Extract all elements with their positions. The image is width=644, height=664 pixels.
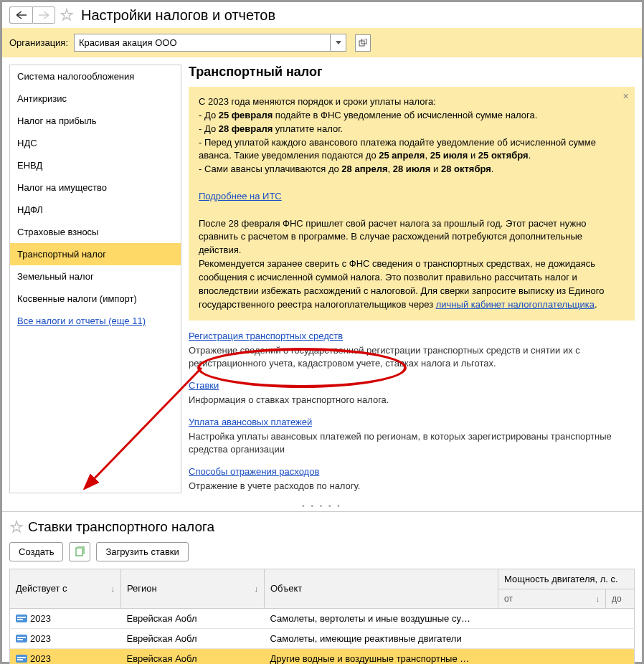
col-object[interactable]: Объект bbox=[265, 569, 498, 608]
back-button[interactable] bbox=[9, 6, 32, 24]
org-open-button[interactable] bbox=[355, 34, 371, 52]
info-text: С 2023 года меняются порядок и сроки упл… bbox=[199, 95, 625, 176]
info-para2: После 28 февраля ФНС пришлет свой расчет… bbox=[199, 217, 625, 258]
row-icon bbox=[16, 655, 27, 663]
svg-rect-3 bbox=[16, 615, 27, 622]
sidebar-item[interactable]: Система налогообложения bbox=[10, 65, 181, 87]
link-advance[interactable]: Уплата авансовых платежей bbox=[189, 417, 635, 427]
svg-rect-7 bbox=[17, 637, 26, 638]
svg-rect-2 bbox=[76, 548, 82, 556]
sidebar-item[interactable]: Земельный налог bbox=[10, 265, 181, 288]
rates-table: Действует с↓ Регион↓ Объект Мощность дви… bbox=[9, 569, 635, 664]
sidebar: Система налогообложения Антикризис Налог… bbox=[9, 65, 181, 493]
svg-rect-4 bbox=[17, 617, 26, 618]
desc-expenses: Отражение в учете расходов по налогу. bbox=[189, 480, 635, 493]
table-row[interactable]: 2023 Еврейская Аобл Самолеты, имеющие ре… bbox=[10, 628, 635, 648]
sidebar-item[interactable]: Антикризис bbox=[10, 87, 181, 110]
row-icon bbox=[16, 615, 27, 623]
sidebar-item[interactable]: НДФЛ bbox=[10, 199, 181, 221]
desc-registration: Отражение сведений о государственной рег… bbox=[189, 344, 635, 370]
favorite-icon[interactable] bbox=[9, 520, 24, 534]
col-valid-from[interactable]: Действует с↓ bbox=[10, 569, 121, 608]
info-link-lk[interactable]: личный кабинет налогоплательщика bbox=[436, 299, 595, 310]
content-title: Транспортный налог bbox=[189, 65, 635, 80]
col-region[interactable]: Регион↓ bbox=[121, 569, 265, 608]
sidebar-item[interactable]: Косвенные налоги (импорт) bbox=[10, 288, 181, 310]
svg-rect-10 bbox=[17, 657, 26, 658]
svg-rect-9 bbox=[16, 655, 27, 663]
close-icon[interactable]: ✕ bbox=[622, 91, 629, 103]
desc-rates: Информация о ставках транспортного налог… bbox=[189, 394, 635, 407]
link-expenses[interactable]: Способы отражения расходов bbox=[189, 466, 635, 477]
sidebar-item[interactable]: НДС bbox=[10, 132, 181, 154]
desc-advance: Настройка уплаты авансовых платежей по р… bbox=[189, 430, 635, 456]
link-rates[interactable]: Ставки bbox=[189, 380, 635, 391]
svg-rect-8 bbox=[17, 639, 23, 640]
forward-button[interactable] bbox=[32, 6, 55, 24]
sidebar-item[interactable]: Налог на имущество bbox=[10, 176, 181, 199]
page-title: Настройки налогов и отчетов bbox=[81, 7, 275, 24]
load-rates-button[interactable]: Загрузить ставки bbox=[96, 542, 188, 561]
sidebar-more-link[interactable]: Все налоги и отчеты (еще 11) bbox=[10, 310, 181, 332]
org-label: Организация: bbox=[9, 37, 68, 48]
sidebar-item-transport-tax[interactable]: Транспортный налог bbox=[10, 243, 181, 265]
create-button[interactable]: Создать bbox=[9, 542, 63, 561]
second-title: Ставки транспортного налога bbox=[28, 519, 214, 535]
info-para3: Рекомендуется заранее сверить с ФНС свед… bbox=[199, 257, 625, 311]
col-power-from[interactable]: от↓ bbox=[498, 589, 606, 608]
row-icon bbox=[16, 635, 27, 643]
svg-rect-11 bbox=[17, 659, 23, 660]
col-power-to[interactable]: до bbox=[606, 589, 635, 608]
link-registration[interactable]: Регистрация транспортных средств bbox=[189, 331, 635, 341]
splitter-handle[interactable]: • • • • • bbox=[2, 501, 642, 511]
sidebar-item[interactable]: Налог на прибыль bbox=[10, 110, 181, 132]
copy-button[interactable] bbox=[69, 542, 90, 561]
table-row[interactable]: 2023 Еврейская Аобл Самолеты, вертолеты … bbox=[10, 608, 635, 628]
info-link-its[interactable]: Подробнее на ИТС bbox=[199, 191, 282, 201]
org-dropdown-button[interactable] bbox=[331, 34, 346, 52]
org-input[interactable] bbox=[74, 34, 331, 52]
col-power[interactable]: Мощность двигателя, л. с. bbox=[498, 569, 635, 589]
info-box: ✕ С 2023 года меняются порядок и сроки у… bbox=[189, 87, 635, 321]
table-row[interactable]: 2023 Еврейская Аобл Другие водные и возд… bbox=[10, 648, 635, 664]
sidebar-item[interactable]: ЕНВД bbox=[10, 154, 181, 176]
favorite-icon[interactable] bbox=[60, 8, 74, 22]
svg-rect-5 bbox=[17, 619, 23, 620]
sidebar-item[interactable]: Страховые взносы bbox=[10, 221, 181, 243]
svg-rect-6 bbox=[16, 635, 27, 642]
